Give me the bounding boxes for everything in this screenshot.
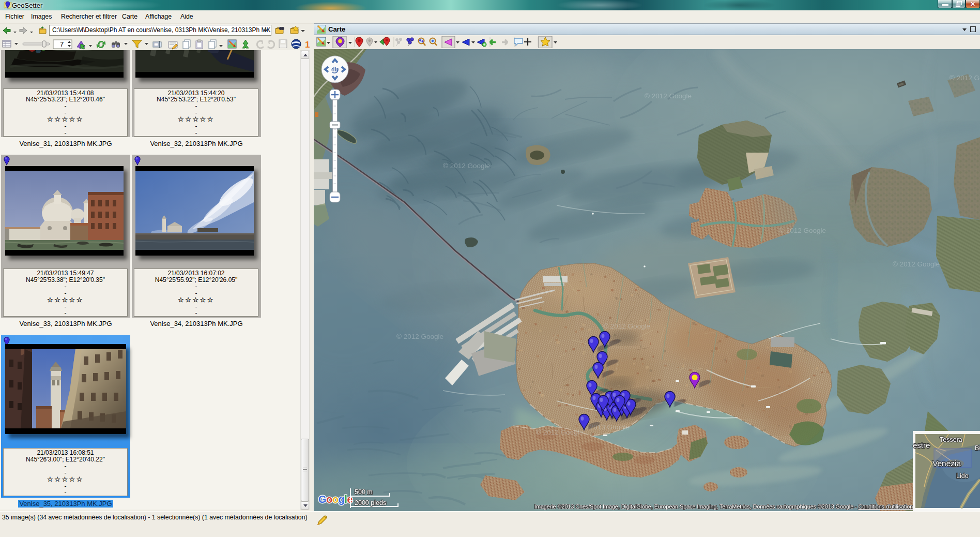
svg-text:Bu: Bu	[975, 444, 980, 452]
svg-text:2000 pieds: 2000 pieds	[355, 499, 386, 506]
svg-text:7: 7	[60, 40, 64, 48]
svg-text:© 2012 Google: © 2012 Google	[536, 428, 583, 436]
svg-text:© 2012 Google: © 2012 Google	[396, 333, 443, 340]
svg-text:Lido: Lido	[956, 472, 969, 480]
svg-text:© 2012 Google: © 2012 Google	[893, 260, 940, 268]
svg-text:500 m: 500 m	[355, 488, 373, 496]
svg-text:© 2012 Google: © 2012 Google	[645, 92, 692, 100]
svg-text:1: 1	[305, 40, 310, 50]
svg-text:© 2012 Google: © 2012 Google	[950, 74, 980, 82]
svg-text:© 2012 Google: © 2012 Google	[779, 227, 826, 234]
svg-text:Imagerie ©2013 Cnes/Spot Image: Imagerie ©2013 Cnes/Spot Image, DigitalG…	[534, 503, 913, 510]
svg-text:Venezia: Venezia	[932, 459, 961, 468]
svg-text:estre: estre	[913, 441, 930, 450]
svg-text:© 2012 Google: © 2012 Google	[603, 322, 650, 330]
svg-text:Google: Google	[318, 494, 353, 505]
svg-text:© 2012 Google: © 2012 Google	[443, 162, 490, 170]
svg-text:Tessera: Tessera	[940, 436, 962, 443]
